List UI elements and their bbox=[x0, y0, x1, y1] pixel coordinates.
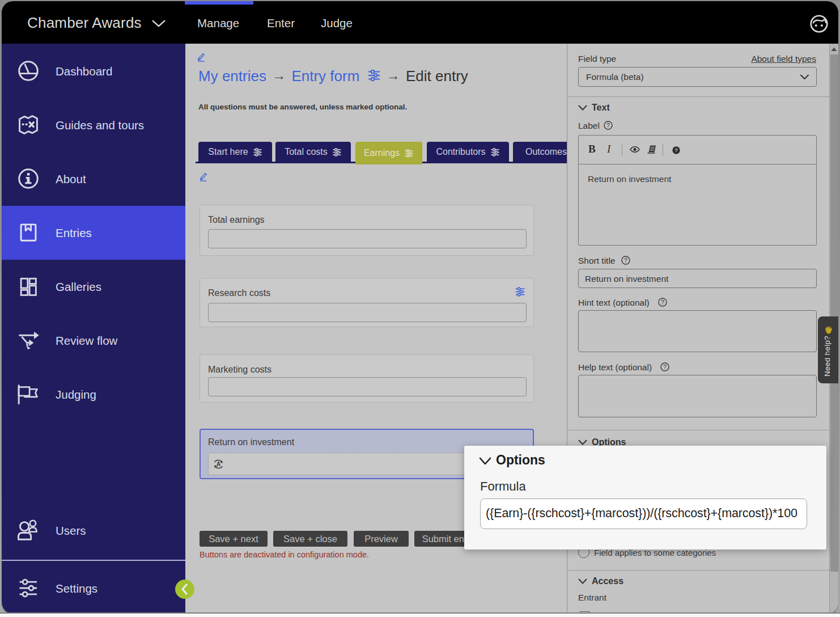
svg-text:?: ? bbox=[661, 299, 664, 306]
svg-text:?: ? bbox=[674, 147, 678, 153]
svg-text:?: ? bbox=[606, 122, 610, 129]
svg-text:?: ? bbox=[663, 364, 667, 370]
svg-text:?: ? bbox=[624, 257, 627, 264]
svg-text:A: A bbox=[217, 460, 221, 467]
